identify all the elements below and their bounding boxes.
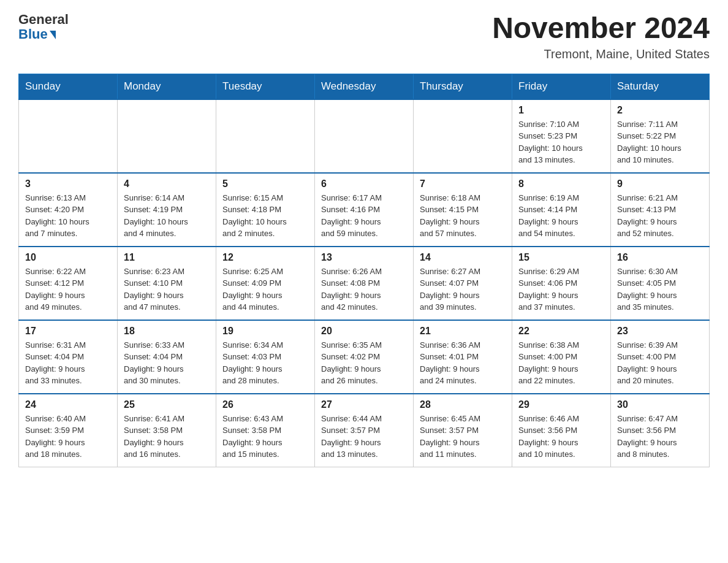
day-info: Sunrise: 6:34 AMSunset: 4:03 PMDaylight:… — [222, 339, 308, 387]
day-info: Sunrise: 6:36 AMSunset: 4:01 PMDaylight:… — [420, 339, 506, 387]
day-number: 9 — [617, 178, 703, 190]
day-number: 4 — [124, 178, 210, 190]
calendar-header-monday: Monday — [118, 74, 216, 99]
day-info: Sunrise: 6:35 AMSunset: 4:02 PMDaylight:… — [321, 339, 407, 387]
calendar-cell: 3Sunrise: 6:13 AMSunset: 4:20 PMDaylight… — [19, 173, 118, 247]
day-info: Sunrise: 6:17 AMSunset: 4:16 PMDaylight:… — [321, 192, 407, 240]
calendar-cell — [414, 99, 512, 173]
day-info: Sunrise: 6:21 AMSunset: 4:13 PMDaylight:… — [617, 192, 703, 240]
calendar-header-saturday: Saturday — [611, 74, 710, 99]
calendar-cell: 18Sunrise: 6:33 AMSunset: 4:04 PMDayligh… — [118, 320, 216, 394]
calendar-header-wednesday: Wednesday — [315, 74, 414, 99]
calendar-cell: 5Sunrise: 6:15 AMSunset: 4:18 PMDaylight… — [216, 173, 315, 247]
calendar-cell: 8Sunrise: 6:19 AMSunset: 4:14 PMDaylight… — [512, 173, 611, 247]
day-info: Sunrise: 6:47 AMSunset: 3:56 PMDaylight:… — [617, 413, 703, 461]
calendar-cell: 22Sunrise: 6:38 AMSunset: 4:00 PMDayligh… — [512, 320, 611, 394]
day-info: Sunrise: 6:27 AMSunset: 4:07 PMDaylight:… — [420, 266, 506, 313]
day-number: 14 — [420, 252, 506, 263]
day-number: 12 — [222, 252, 308, 263]
calendar-cell: 27Sunrise: 6:44 AMSunset: 3:57 PMDayligh… — [315, 394, 414, 467]
location-text: Tremont, Maine, United States — [492, 47, 710, 61]
day-info: Sunrise: 6:29 AMSunset: 4:06 PMDaylight:… — [518, 266, 604, 313]
calendar-cell: 9Sunrise: 6:21 AMSunset: 4:13 PMDaylight… — [611, 173, 710, 247]
calendar-cell: 19Sunrise: 6:34 AMSunset: 4:03 PMDayligh… — [216, 320, 315, 394]
calendar-cell: 23Sunrise: 6:39 AMSunset: 4:00 PMDayligh… — [611, 320, 710, 394]
month-title: November 2024 — [492, 12, 710, 45]
logo-blue-text: Blue — [18, 27, 69, 42]
day-info: Sunrise: 6:40 AMSunset: 3:59 PMDaylight:… — [25, 413, 111, 461]
day-info: Sunrise: 6:30 AMSunset: 4:05 PMDaylight:… — [617, 266, 703, 313]
title-block: November 2024 Tremont, Maine, United Sta… — [492, 12, 710, 61]
day-number: 18 — [124, 326, 210, 337]
week-row-4: 17Sunrise: 6:31 AMSunset: 4:04 PMDayligh… — [19, 320, 710, 394]
day-info: Sunrise: 6:22 AMSunset: 4:12 PMDaylight:… — [25, 266, 111, 313]
calendar-table: SundayMondayTuesdayWednesdayThursdayFrid… — [18, 74, 710, 468]
day-info: Sunrise: 6:23 AMSunset: 4:10 PMDaylight:… — [124, 266, 210, 313]
day-number: 13 — [321, 252, 407, 263]
day-number: 22 — [518, 326, 604, 337]
day-number: 25 — [124, 399, 210, 410]
week-row-3: 10Sunrise: 6:22 AMSunset: 4:12 PMDayligh… — [19, 247, 710, 320]
calendar-cell: 20Sunrise: 6:35 AMSunset: 4:02 PMDayligh… — [315, 320, 414, 394]
calendar-cell: 15Sunrise: 6:29 AMSunset: 4:06 PMDayligh… — [512, 247, 611, 320]
day-info: Sunrise: 6:45 AMSunset: 3:57 PMDaylight:… — [420, 413, 506, 461]
calendar-cell: 17Sunrise: 6:31 AMSunset: 4:04 PMDayligh… — [19, 320, 118, 394]
day-info: Sunrise: 6:44 AMSunset: 3:57 PMDaylight:… — [321, 413, 407, 461]
calendar-cell: 4Sunrise: 6:14 AMSunset: 4:19 PMDaylight… — [118, 173, 216, 247]
week-row-5: 24Sunrise: 6:40 AMSunset: 3:59 PMDayligh… — [19, 394, 710, 467]
day-number: 23 — [617, 326, 703, 337]
calendar-cell: 1Sunrise: 7:10 AMSunset: 5:23 PMDaylight… — [512, 99, 611, 173]
week-row-2: 3Sunrise: 6:13 AMSunset: 4:20 PMDaylight… — [19, 173, 710, 247]
calendar-cell: 13Sunrise: 6:26 AMSunset: 4:08 PMDayligh… — [315, 247, 414, 320]
day-number: 11 — [124, 252, 210, 263]
page-header: General Blue November 2024 Tremont, Main… — [18, 12, 710, 61]
day-number: 6 — [321, 178, 407, 190]
calendar-cell: 16Sunrise: 6:30 AMSunset: 4:05 PMDayligh… — [611, 247, 710, 320]
day-info: Sunrise: 6:14 AMSunset: 4:19 PMDaylight:… — [124, 192, 210, 240]
day-info: Sunrise: 6:38 AMSunset: 4:00 PMDaylight:… — [518, 339, 604, 387]
day-info: Sunrise: 6:26 AMSunset: 4:08 PMDaylight:… — [321, 266, 407, 313]
day-info: Sunrise: 6:18 AMSunset: 4:15 PMDaylight:… — [420, 192, 506, 240]
day-number: 3 — [25, 178, 111, 190]
day-number: 29 — [518, 399, 604, 410]
day-info: Sunrise: 6:41 AMSunset: 3:58 PMDaylight:… — [124, 413, 210, 461]
day-info: Sunrise: 6:39 AMSunset: 4:00 PMDaylight:… — [617, 339, 703, 387]
day-number: 2 — [617, 105, 703, 116]
day-info: Sunrise: 6:33 AMSunset: 4:04 PMDaylight:… — [124, 339, 210, 387]
day-number: 1 — [518, 105, 604, 116]
calendar-cell: 26Sunrise: 6:43 AMSunset: 3:58 PMDayligh… — [216, 394, 315, 467]
calendar-cell: 7Sunrise: 6:18 AMSunset: 4:15 PMDaylight… — [414, 173, 512, 247]
day-info: Sunrise: 6:31 AMSunset: 4:04 PMDaylight:… — [25, 339, 111, 387]
calendar-cell: 24Sunrise: 6:40 AMSunset: 3:59 PMDayligh… — [19, 394, 118, 467]
week-row-1: 1Sunrise: 7:10 AMSunset: 5:23 PMDaylight… — [19, 99, 710, 173]
day-info: Sunrise: 6:15 AMSunset: 4:18 PMDaylight:… — [222, 192, 308, 240]
day-info: Sunrise: 7:11 AMSunset: 5:22 PMDaylight:… — [617, 118, 703, 166]
day-number: 17 — [25, 326, 111, 337]
day-info: Sunrise: 6:25 AMSunset: 4:09 PMDaylight:… — [222, 266, 308, 313]
calendar-cell — [216, 99, 315, 173]
calendar-header-sunday: Sunday — [19, 74, 118, 99]
day-info: Sunrise: 7:10 AMSunset: 5:23 PMDaylight:… — [518, 118, 604, 166]
day-number: 15 — [518, 252, 604, 263]
day-number: 28 — [420, 399, 506, 410]
calendar-cell: 14Sunrise: 6:27 AMSunset: 4:07 PMDayligh… — [414, 247, 512, 320]
logo-arrow-icon — [50, 31, 56, 39]
day-info: Sunrise: 6:46 AMSunset: 3:56 PMDaylight:… — [518, 413, 604, 461]
calendar-cell — [19, 99, 118, 173]
calendar-header-row: SundayMondayTuesdayWednesdayThursdayFrid… — [19, 74, 710, 99]
calendar-header-tuesday: Tuesday — [216, 74, 315, 99]
calendar-header-friday: Friday — [512, 74, 611, 99]
day-number: 8 — [518, 178, 604, 190]
calendar-cell — [315, 99, 414, 173]
day-number: 5 — [222, 178, 308, 190]
day-number: 16 — [617, 252, 703, 263]
day-number: 24 — [25, 399, 111, 410]
calendar-header-thursday: Thursday — [414, 74, 512, 99]
day-info: Sunrise: 6:19 AMSunset: 4:14 PMDaylight:… — [518, 192, 604, 240]
day-number: 20 — [321, 326, 407, 337]
day-number: 21 — [420, 326, 506, 337]
calendar-cell: 25Sunrise: 6:41 AMSunset: 3:58 PMDayligh… — [118, 394, 216, 467]
calendar-cell: 28Sunrise: 6:45 AMSunset: 3:57 PMDayligh… — [414, 394, 512, 467]
calendar-cell: 11Sunrise: 6:23 AMSunset: 4:10 PMDayligh… — [118, 247, 216, 320]
calendar-cell: 21Sunrise: 6:36 AMSunset: 4:01 PMDayligh… — [414, 320, 512, 394]
